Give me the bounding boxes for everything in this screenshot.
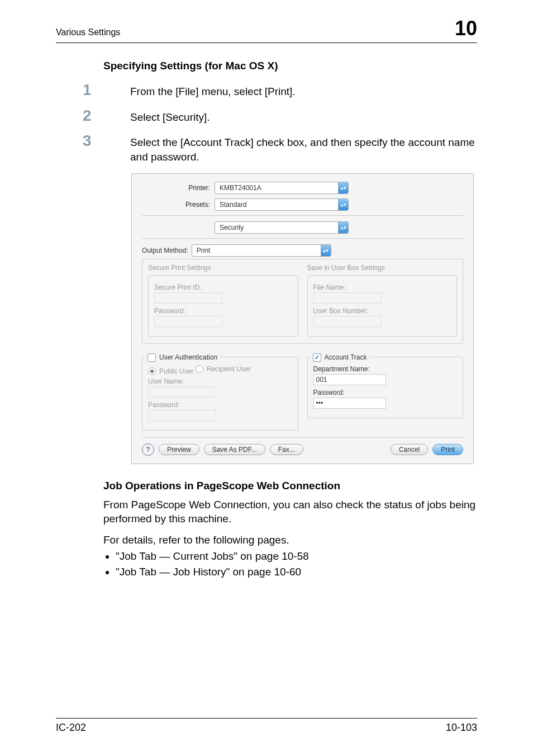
step-text: Select the [Account Track] check box, an…	[130, 133, 477, 164]
output-method-label: Output Method:	[142, 247, 188, 254]
select-stepper-icon: ▴▾	[338, 199, 348, 210]
department-name-label: Department Name:	[313, 365, 458, 373]
help-icon[interactable]: ?	[142, 443, 154, 456]
user-name-label: User Name:	[148, 377, 292, 385]
user-name-input	[148, 386, 216, 398]
footer-left: IC-202	[56, 722, 86, 734]
list-item: "Job Tab — Current Jobs" on page 10-58	[116, 549, 477, 564]
account-track-password-input[interactable]: •••	[313, 398, 386, 409]
file-name-input	[313, 292, 382, 304]
save-as-pdf-button[interactable]: Save As PDF...	[204, 444, 265, 455]
bullet-list: "Job Tab — Current Jobs" on page 10-58 "…	[103, 549, 477, 579]
account-track-checkbox[interactable]	[313, 353, 321, 362]
secure-print-id-label: Secure Print ID:	[154, 284, 292, 291]
user-box-number-input	[313, 316, 382, 327]
print-button[interactable]: Print	[432, 444, 463, 455]
step-row: 1 From the [File] menu, select [Print].	[56, 82, 477, 99]
printer-label: Printer:	[142, 184, 215, 192]
step-number: 2	[56, 108, 130, 125]
account-track-password-label: Password:	[313, 389, 458, 396]
account-track-title: Account Track	[325, 353, 367, 361]
printer-select[interactable]: KMBT24001A ▴▾	[215, 182, 349, 194]
select-stepper-icon: ▴▾	[338, 222, 348, 233]
print-dialog: Printer: KMBT24001A ▴▾ Presets: Standard…	[131, 173, 474, 464]
secure-print-id-input	[154, 292, 222, 304]
body-paragraph: For details, refer to the following page…	[103, 533, 477, 547]
preview-button[interactable]: Preview	[159, 444, 199, 455]
recipient-user-label: Recipient User	[207, 365, 251, 373]
pane-value: Security	[220, 224, 244, 231]
cancel-button[interactable]: Cancel	[391, 444, 428, 455]
printer-value: KMBT24001A	[220, 184, 261, 192]
secure-print-settings-title: Secure Print Settings	[148, 264, 298, 272]
step-text: From the [File] menu, select [Print].	[130, 82, 477, 99]
step-text: Select [Security].	[130, 108, 477, 125]
output-method-value: Print	[197, 247, 211, 254]
step-number: 3	[56, 133, 130, 164]
user-authentication-checkbox[interactable]	[147, 353, 156, 362]
secure-password-input	[154, 316, 222, 327]
public-user-label: Public User	[159, 367, 193, 375]
body-paragraph: From PageScope Web Connection, you can a…	[103, 498, 477, 526]
step-row: 3 Select the [Account Track] check box, …	[56, 133, 477, 164]
page-header: Various Settings 10	[56, 17, 477, 43]
user-auth-password-input	[148, 410, 216, 421]
page-footer: IC-202 10-103	[56, 718, 477, 734]
section-heading: Specifying Settings (for Mac OS X)	[103, 60, 477, 72]
recipient-user-radio: Recipient User	[196, 365, 251, 373]
presets-value: Standard	[220, 201, 247, 209]
footer-right: 10-103	[446, 722, 477, 734]
public-user-radio: Public User	[148, 367, 193, 375]
file-name-label: File Name:	[313, 284, 451, 291]
subsection-heading: Job Operations in PageScope Web Connecti…	[103, 480, 477, 492]
list-item: "Job Tab — Job History" on page 10-60	[116, 565, 477, 579]
user-authentication-title: User Authentication	[159, 353, 217, 361]
select-stepper-icon: ▴▾	[321, 245, 331, 256]
select-stepper-icon: ▴▾	[338, 182, 348, 193]
chapter-number: 10	[455, 17, 477, 40]
header-title: Various Settings	[56, 27, 120, 37]
step-number: 1	[56, 82, 130, 99]
secure-password-label: Password:	[154, 307, 292, 315]
department-name-input[interactable]: 001	[313, 374, 386, 385]
radio-icon	[196, 365, 203, 373]
user-auth-password-label: Password:	[148, 401, 292, 409]
save-in-user-box-title: Save in User Box Settings	[307, 264, 458, 272]
output-method-select[interactable]: Print ▴▾	[192, 244, 331, 257]
radio-icon	[148, 367, 156, 375]
step-row: 2 Select [Security].	[56, 108, 477, 125]
pane-select[interactable]: Security ▴▾	[215, 221, 349, 234]
presets-select[interactable]: Standard ▴▾	[215, 199, 349, 211]
fax-button[interactable]: Fax...	[270, 444, 303, 455]
user-box-number-label: User Box Number:	[313, 307, 451, 315]
presets-label: Presets:	[142, 201, 215, 209]
